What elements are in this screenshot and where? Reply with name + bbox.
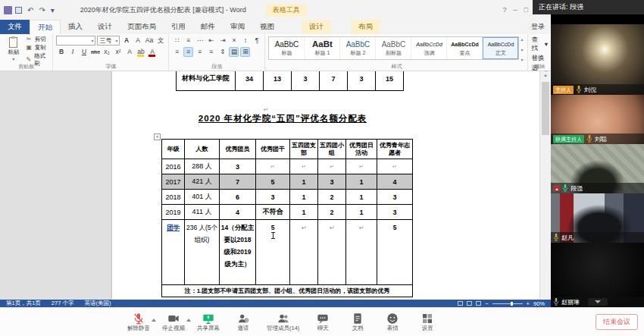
table-cell[interactable]: 1 (346, 190, 377, 205)
page-indicator[interactable]: 第1页，共1页 (6, 300, 41, 307)
ribbon-button[interactable]: ¶ (252, 36, 261, 46)
table-cell[interactable]: 34 (236, 71, 264, 90)
table-cell[interactable]: 2016 (162, 159, 185, 174)
meeting-button-聊天[interactable]: 聊天 (311, 312, 334, 332)
ribbon-button[interactable]: ⇕ (217, 47, 227, 57)
table-cell[interactable]: 7 (220, 174, 256, 190)
read-mode-icon[interactable] (458, 301, 463, 306)
participant-video[interactable]: 段强 (551, 144, 644, 193)
ribbon-button[interactable]: A (147, 47, 157, 57)
tab-视图[interactable]: 视图 (252, 20, 282, 34)
table-cell[interactable]: 不符合 (256, 205, 290, 220)
table-handle-icon[interactable]: + (154, 133, 161, 140)
meeting-button-共享屏幕[interactable]: 共享屏幕 (197, 312, 220, 332)
tab-引用[interactable]: 引用 (164, 20, 193, 34)
participant-video[interactable]: 赵丽琳 (551, 243, 644, 307)
participant-video[interactable]: 联席主持人刘聪 (551, 95, 644, 144)
ribbon-button[interactable]: I (67, 47, 77, 57)
ribbon-button[interactable]: x₂ (102, 47, 111, 57)
table-cell[interactable]: 4 (220, 205, 256, 220)
tab-页面布局[interactable]: 页面布局 (120, 20, 164, 34)
tab-设计[interactable]: 设计 (90, 20, 120, 34)
table-cell[interactable]: 3 (377, 190, 413, 205)
table-cell[interactable]: 3 (377, 205, 413, 220)
meeting-button-表情[interactable]: 表情 (381, 312, 404, 332)
ribbon-button[interactable]: abc (90, 47, 100, 57)
page-title[interactable]: 2020 年材化学院“五四”评优名额分配表 (127, 113, 438, 124)
clipboard-button-复制[interactable]: ▣复制 (26, 44, 50, 52)
scrollbar-thumb[interactable] (542, 82, 549, 135)
maximize-icon[interactable]: □ (524, 6, 528, 14)
ribbon-button[interactable]: ⊞ (240, 47, 250, 57)
table-cell[interactable]: ↵ (377, 159, 413, 174)
tab-设计[interactable]: 设计 (302, 20, 331, 34)
table-cell[interactable]: ↵ (290, 220, 318, 285)
table-header-cell[interactable]: 优秀团员 (220, 140, 256, 159)
table-cell[interactable]: 1 (346, 174, 377, 190)
web-layout-icon[interactable] (476, 301, 481, 306)
table-cell[interactable]: 288 人 (185, 159, 220, 174)
meeting-button-停止视频[interactable]: 停止视频 (162, 312, 185, 332)
ribbon-button[interactable]: ≡ (183, 47, 193, 57)
tab-插入[interactable]: 插入 (61, 20, 90, 34)
meeting-button-管理成员(14)[interactable]: 管理成员(14) (267, 312, 299, 332)
ribbon-button[interactable]: ⇥ (217, 36, 227, 46)
editing-button-替换[interactable]: 替换 (531, 54, 548, 62)
ribbon-button[interactable]: 文 (155, 36, 165, 46)
table-cell[interactable]: 2 (318, 190, 346, 205)
meeting-button-邀请[interactable]: 邀请 (232, 312, 255, 332)
document-page[interactable]: 材料与化工学院341337315 ↵ 2020 年材化学院“五四”评优名额分配表… (112, 71, 539, 300)
table-cell[interactable]: ↵ (290, 159, 318, 174)
table-cell[interactable]: 5 (256, 174, 290, 190)
zoom-out-icon[interactable]: − (485, 300, 488, 307)
language-indicator[interactable]: 英语(美国) (84, 300, 111, 307)
table-cell[interactable]: 6 (220, 190, 256, 205)
table-header-cell[interactable]: 优秀青年志愿者 (377, 140, 413, 159)
scroll-up-icon[interactable]: ▴ (540, 72, 551, 78)
table-cell[interactable]: 5 (256, 220, 290, 285)
ribbon-button[interactable]: A (121, 36, 131, 46)
table-cell[interactable]: ↵ (318, 159, 346, 174)
table-cell[interactable]: 4 (377, 174, 413, 190)
ribbon-button[interactable]: × (229, 36, 239, 46)
table-cell[interactable]: ↵ (346, 159, 377, 174)
table-cell[interactable]: ↵ (256, 159, 290, 174)
table-cell[interactable]: ↵ (318, 220, 346, 285)
table-header-cell[interactable]: 人数 (185, 140, 220, 159)
undo-icon[interactable]: ↶ (27, 6, 33, 14)
table-cell[interactable]: ↵ (346, 220, 377, 285)
paste-button[interactable]: 粘贴 ▾ (3, 36, 24, 63)
end-meeting-button[interactable]: 结束会议 (596, 314, 638, 330)
upper-table[interactable]: 材料与化工学院341337315 (176, 71, 404, 91)
table-cell[interactable]: 236 人(5个组织) (185, 220, 220, 285)
ribbon-button[interactable]: ab (136, 47, 145, 57)
sign-in-link[interactable]: 登录 (531, 20, 545, 34)
meeting-button-设置[interactable]: 设置 (416, 312, 439, 332)
meeting-button-文档[interactable]: 文档 (346, 312, 369, 332)
tab-布局[interactable]: 布局 (351, 20, 380, 34)
main-table[interactable]: 年级人数优秀团员优秀团干五四团支部五四团小组优秀团日活动优秀青年志愿者20162… (161, 139, 413, 297)
table-cell[interactable]: 1 (290, 205, 318, 220)
table-header-cell[interactable]: 年级 (162, 140, 185, 159)
vertical-scrollbar[interactable]: ▴ (539, 71, 551, 300)
table-cell[interactable]: 3 (256, 190, 290, 205)
ribbon-button[interactable]: ↕ (240, 36, 250, 46)
table-cell[interactable]: 1 (290, 174, 318, 190)
ribbon-button[interactable]: B (56, 47, 66, 57)
print-layout-icon[interactable] (467, 301, 472, 306)
table-cell[interactable]: 材料与化工学院 (177, 71, 236, 90)
table-cell[interactable]: 5 (377, 220, 413, 285)
style-item-标题[interactable]: AaBbC标题 (269, 37, 305, 59)
table-cell[interactable]: 2 (318, 205, 346, 220)
tab-邮件[interactable]: 邮件 (193, 20, 223, 34)
table-cell[interactable]: 2018 (162, 190, 185, 205)
clipboard-button-剪切[interactable]: ✂剪切 (26, 36, 50, 43)
table-cell[interactable]: 团学 (162, 220, 185, 285)
collapse-panel-chevron-icon[interactable] (588, 298, 608, 306)
ribbon-button[interactable]: Aa (144, 36, 154, 46)
table-cell[interactable]: 14（分配主要以2018 级和2019 级为主） (220, 220, 256, 285)
styles-more-icon[interactable]: ▾ (521, 57, 523, 62)
table-header-cell[interactable]: 优秀团日活动 (346, 140, 377, 159)
table-cell[interactable]: 411 人 (185, 205, 220, 220)
tab-文件[interactable]: 文件 (0, 20, 30, 34)
